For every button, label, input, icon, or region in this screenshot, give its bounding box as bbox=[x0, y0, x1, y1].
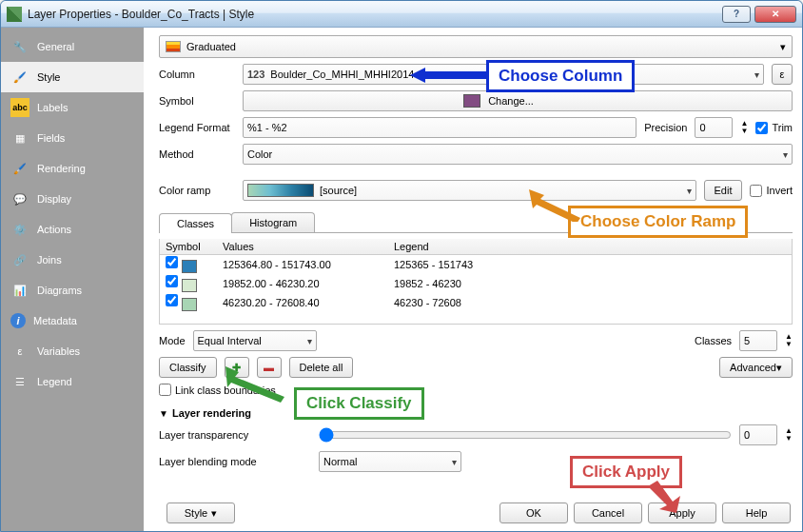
sidebar-item-general[interactable]: 🔧 General bbox=[1, 31, 144, 62]
spinner-arrows[interactable]: ▲▼ bbox=[785, 333, 793, 348]
classify-button[interactable]: Classify bbox=[159, 357, 217, 378]
add-class-button[interactable]: ✚ bbox=[225, 357, 249, 378]
cancel-button[interactable]: Cancel bbox=[574, 502, 642, 523]
sidebar-item-variables[interactable]: ε Variables bbox=[1, 336, 144, 366]
table-row[interactable]: 46230.20 - 72608.4046230 - 72608 bbox=[160, 293, 792, 312]
table-row[interactable]: 125364.80 - 151743.00125365 - 151743 bbox=[160, 255, 792, 274]
sidebar-item-style[interactable]: 🖌️ Style bbox=[1, 62, 144, 92]
column-combo[interactable]: 123 Boulder_Co_MHHI_MHHI2014 ▾ bbox=[243, 64, 764, 85]
chevron-down-icon: ▾ bbox=[452, 457, 457, 467]
dialog-buttons: Style▾ OK Cancel Apply Help bbox=[161, 502, 791, 523]
row-legend: 19852 - 46230 bbox=[388, 276, 792, 291]
classes-spinner[interactable] bbox=[739, 330, 777, 351]
sidebar-item-metadata[interactable]: i Metadata bbox=[1, 305, 144, 336]
sidebar-item-label: Legend bbox=[37, 376, 72, 387]
th-symbol[interactable]: Symbol bbox=[160, 239, 217, 254]
sidebar-item-label: Variables bbox=[37, 345, 80, 357]
spinner-arrows[interactable]: ▲▼ bbox=[785, 427, 793, 443]
row-checkbox[interactable] bbox=[166, 275, 178, 287]
row-swatch bbox=[182, 260, 197, 273]
trim-label: Trim bbox=[772, 122, 793, 133]
sidebar-item-label: Display bbox=[37, 193, 71, 205]
trim-checkbox-wrap[interactable]: Trim bbox=[755, 122, 793, 134]
apply-button[interactable]: Apply bbox=[648, 502, 716, 523]
row-legend: 125365 - 151743 bbox=[388, 257, 792, 272]
sidebar-item-label: Rendering bbox=[37, 163, 86, 174]
row-swatch bbox=[182, 298, 197, 311]
spinner-arrows[interactable]: ▲▼ bbox=[740, 120, 748, 135]
window-title: Layer Properties - Boulder_Co_Tracts | S… bbox=[28, 8, 722, 21]
graduated-icon bbox=[166, 41, 181, 52]
sidebar-item-label: Metadata bbox=[33, 315, 77, 326]
sidebar-item-joins[interactable]: 🔗 Joins bbox=[1, 245, 144, 275]
blending-combo[interactable]: Normal ▾ bbox=[319, 451, 461, 472]
help-sys-button[interactable]: ? bbox=[722, 6, 751, 23]
method-value: Color bbox=[247, 148, 272, 160]
color-ramp-combo[interactable]: [source] ▾ bbox=[243, 180, 696, 201]
style-type-combo[interactable]: Graduated ▾ bbox=[159, 35, 793, 58]
color-ramp-preview bbox=[247, 184, 314, 197]
symbol-label: Symbol bbox=[159, 95, 235, 107]
invert-label: Invert bbox=[766, 185, 793, 196]
sidebar-item-diagrams[interactable]: 📊 Diagrams bbox=[1, 275, 144, 305]
th-values[interactable]: Values bbox=[217, 239, 388, 254]
paintbrush-icon: 🖌️ bbox=[10, 159, 29, 178]
row-values: 19852.00 - 46230.20 bbox=[217, 276, 388, 291]
symbol-change-button[interactable]: Change... bbox=[243, 90, 793, 111]
chevron-down-icon: ▾ bbox=[211, 507, 217, 520]
transparency-slider[interactable] bbox=[319, 427, 732, 443]
sidebar-item-label: Actions bbox=[37, 224, 71, 235]
delete-all-button[interactable]: Delete all bbox=[289, 357, 354, 378]
classes-table[interactable]: Symbol Values Legend 125364.80 - 151743.… bbox=[159, 239, 793, 325]
sidebar-item-legend[interactable]: ☰ Legend bbox=[1, 366, 144, 397]
help-button[interactable]: Help bbox=[722, 502, 791, 523]
sidebar-item-label: Diagrams bbox=[37, 285, 82, 296]
link-boundaries-checkbox[interactable] bbox=[159, 384, 171, 396]
column-label: Column bbox=[159, 69, 235, 80]
sidebar-item-actions[interactable]: ⚙️ Actions bbox=[1, 214, 144, 245]
info-icon: i bbox=[10, 313, 26, 328]
ok-button[interactable]: OK bbox=[499, 502, 568, 523]
sidebar-item-labels[interactable]: abc Labels bbox=[1, 92, 144, 123]
method-combo[interactable]: Color ▾ bbox=[243, 144, 793, 165]
table-row[interactable]: 19852.00 - 46230.2019852 - 46230 bbox=[160, 274, 792, 293]
titlebar: Layer Properties - Boulder_Co_Tracts | S… bbox=[1, 1, 802, 28]
variables-icon: ε bbox=[10, 342, 29, 361]
precision-spinner[interactable] bbox=[695, 117, 733, 138]
invert-checkbox[interactable] bbox=[750, 185, 762, 197]
chevron-down-icon: ▾ bbox=[687, 186, 692, 196]
sidebar-item-display[interactable]: 💬 Display bbox=[1, 184, 144, 214]
row-checkbox[interactable] bbox=[166, 256, 178, 268]
th-legend[interactable]: Legend bbox=[388, 239, 792, 254]
legend-format-input[interactable] bbox=[243, 117, 637, 138]
advanced-button[interactable]: Advanced ▾ bbox=[719, 357, 793, 378]
close-sys-button[interactable]: ✕ bbox=[754, 6, 796, 23]
layer-rendering-title[interactable]: ▼ Layer rendering bbox=[159, 407, 793, 419]
tab-histogram[interactable]: Histogram bbox=[231, 212, 315, 232]
sidebar-item-label: Fields bbox=[37, 132, 65, 144]
sidebar-item-rendering[interactable]: 🖌️ Rendering bbox=[1, 153, 144, 184]
wrench-icon: 🔧 bbox=[10, 37, 29, 56]
trim-checkbox[interactable] bbox=[755, 122, 768, 134]
mode-combo[interactable]: Equal Interval ▾ bbox=[193, 330, 317, 351]
chevron-down-icon: ▾ bbox=[780, 41, 786, 53]
row-values: 46230.20 - 72608.40 bbox=[217, 295, 388, 310]
expression-button[interactable]: ε bbox=[772, 64, 793, 85]
sidebar-item-label: Style bbox=[37, 71, 60, 83]
style-menu-button[interactable]: Style▾ bbox=[166, 502, 235, 523]
mode-label: Mode bbox=[159, 335, 186, 346]
blending-label: Layer blending mode bbox=[159, 456, 311, 467]
mode-value: Equal Interval bbox=[198, 335, 262, 346]
table-icon: ▦ bbox=[10, 128, 29, 148]
sidebar-item-fields[interactable]: ▦ Fields bbox=[1, 123, 144, 153]
invert-checkbox-wrap[interactable]: Invert bbox=[750, 185, 793, 197]
tab-classes[interactable]: Classes bbox=[159, 213, 232, 233]
qgis-icon bbox=[7, 7, 22, 22]
edit-ramp-button[interactable]: Edit bbox=[704, 180, 743, 201]
link-boundaries-wrap[interactable]: Link class boundaries bbox=[159, 384, 793, 396]
transparency-value[interactable] bbox=[739, 424, 777, 445]
remove-class-button[interactable]: ▬ bbox=[257, 357, 282, 378]
row-checkbox[interactable] bbox=[166, 294, 178, 306]
precision-label: Precision bbox=[644, 122, 687, 133]
type-badge: 123 bbox=[247, 69, 264, 80]
